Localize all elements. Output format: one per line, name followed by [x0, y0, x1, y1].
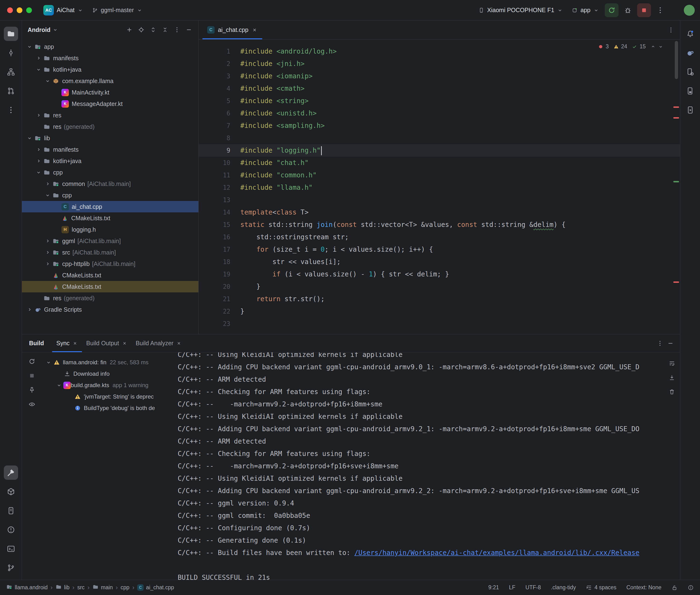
clear-button[interactable]: [667, 387, 677, 397]
status-clang-tidy[interactable]: .clang-tidy: [551, 584, 576, 591]
build-options-button[interactable]: [655, 338, 665, 348]
build-event-build-gradle-kts[interactable]: Kbuild.gradle.ktsapp 1 warning: [42, 379, 175, 391]
stripe-mark[interactable]: [673, 281, 679, 283]
status-readonly-toggle[interactable]: [671, 585, 678, 591]
tool-window-button-terminal[interactable]: [4, 542, 18, 556]
preview-button[interactable]: [27, 399, 37, 409]
run-configuration-selector[interactable]: app: [568, 4, 603, 16]
avatar[interactable]: [684, 5, 695, 16]
tree-item-kotlin-java[interactable]: kotlin+java: [22, 64, 198, 75]
tree-item-cmakelists-txt[interactable]: CMakeLists.txt: [22, 213, 198, 224]
code-line-3[interactable]: 3#include <iomanip>: [199, 70, 680, 82]
code-line-9[interactable]: 9#include "logging.h": [199, 144, 680, 157]
code-line-11[interactable]: 11#include "common.h": [199, 169, 680, 181]
code-line-4[interactable]: 4#include <cmath>: [199, 82, 680, 95]
chev-open-icon[interactable]: [45, 78, 51, 84]
previous-problem-icon[interactable]: [650, 44, 656, 49]
stripe-mark[interactable]: [673, 107, 679, 108]
chev-closed-icon[interactable]: [36, 147, 41, 152]
tree-item-res[interactable]: res(generated): [22, 121, 198, 132]
code-line-17[interactable]: 17 for (size_t i = 0; i < values.size();…: [199, 243, 680, 256]
code-line-10[interactable]: 10#include "chat.h": [199, 157, 680, 169]
stripe-mark[interactable]: [673, 181, 679, 182]
tool-window-button-running-devices[interactable]: [683, 103, 697, 117]
code-line-22[interactable]: 22}: [199, 305, 680, 318]
chev-open-icon[interactable]: [27, 44, 32, 50]
run-button[interactable]: [605, 3, 619, 17]
chev-closed-icon[interactable]: [45, 181, 51, 187]
tree-item-res[interactable]: res(generated): [22, 292, 198, 304]
more-run-actions-button[interactable]: [653, 3, 667, 17]
code-line-2[interactable]: 2#include <jni.h>: [199, 58, 680, 70]
tool-window-button-pull-requests[interactable]: [4, 84, 18, 98]
editor-scrollbar[interactable]: [675, 41, 678, 79]
code-line-12[interactable]: 12#include "llama.h": [199, 181, 680, 194]
tree-item-common[interactable]: common[AiChat.lib.main]: [22, 178, 198, 190]
code-line-19[interactable]: 19 if (i < values.size() - 1) { str << d…: [199, 268, 680, 281]
code-line-21[interactable]: 21 return str.str();: [199, 293, 680, 305]
pin-button[interactable]: [27, 385, 37, 395]
breadcrumb-item-lib[interactable]: lib: [56, 584, 69, 591]
build-event-llama-android-fin[interactable]: llama.android: fin22 sec, 583 ms: [42, 357, 175, 368]
breadcrumb-item-llama-android[interactable]: llama.android: [6, 584, 48, 591]
stop-button[interactable]: [637, 3, 651, 17]
chev-open-icon[interactable]: [36, 67, 41, 73]
status-indent[interactable]: 4 spaces: [586, 584, 616, 591]
close-tab-icon[interactable]: [252, 27, 257, 33]
status-caret-position[interactable]: 9:21: [488, 584, 499, 591]
code-line-13[interactable]: 13: [199, 194, 680, 206]
close-icon[interactable]: [122, 341, 127, 346]
code-line-20[interactable]: 20 }: [199, 281, 680, 293]
breadcrumb-item-src[interactable]: src: [77, 584, 85, 591]
breadcrumb-item-ai-chat-cpp[interactable]: Cai_chat.cpp: [137, 584, 174, 591]
expand-all-button[interactable]: [148, 25, 159, 35]
code-line-6[interactable]: 6#include <unistd.h>: [199, 107, 680, 119]
project-view-selector[interactable]: Android: [28, 26, 58, 33]
stop-button[interactable]: [27, 370, 37, 381]
hide-button[interactable]: [184, 25, 194, 35]
status-line-separator[interactable]: LF: [509, 584, 515, 591]
chev-open-icon[interactable]: [46, 360, 52, 365]
chev-open-icon[interactable]: [56, 382, 62, 388]
more-button[interactable]: [172, 25, 182, 35]
tool-window-button-build[interactable]: [4, 465, 18, 480]
code-line-7[interactable]: 7#include <sampling.h>: [199, 119, 680, 132]
tree-item-manifests[interactable]: manifests: [22, 144, 198, 155]
tree-item-kotlin-java[interactable]: kotlin+java: [22, 155, 198, 167]
status-context[interactable]: Context: None: [626, 584, 662, 591]
chev-closed-icon[interactable]: [45, 261, 51, 267]
tree-item-mainactivity-kt[interactable]: KMainActivity.kt: [22, 87, 198, 98]
chev-closed-icon[interactable]: [36, 158, 41, 164]
tree-item-gradle-scripts[interactable]: Gradle Scripts: [22, 304, 198, 315]
tree-item-cpp[interactable]: cpp: [22, 190, 198, 201]
tool-window-button-structure[interactable]: [4, 65, 18, 79]
tree-item-cpp[interactable]: cpp: [22, 167, 198, 178]
tool-window-button-dependencies[interactable]: [4, 484, 18, 499]
add-button[interactable]: [124, 25, 135, 35]
code-line-5[interactable]: 5#include <string>: [199, 95, 680, 107]
code-line-15[interactable]: 15static std::string join(const std::vec…: [199, 219, 680, 231]
code-line-18[interactable]: 18 str << values[i];: [199, 256, 680, 268]
refresh-button[interactable]: [27, 356, 37, 367]
tree-item-cmakelists-txt[interactable]: CMakeLists.txt: [22, 270, 198, 281]
hide-build-window-button[interactable]: [665, 338, 676, 348]
device-selector[interactable]: Xiaomi POCOPHONE F1: [475, 4, 566, 16]
close-icon[interactable]: [73, 341, 78, 346]
tree-item-app[interactable]: app: [22, 41, 198, 52]
status-inspections-indicator[interactable]: [688, 585, 694, 591]
locate-button[interactable]: [136, 25, 146, 35]
code-line-8[interactable]: 8: [199, 132, 680, 144]
build-tab-build-output[interactable]: Build Output: [82, 334, 132, 352]
build-tab-sync[interactable]: Sync: [52, 334, 82, 352]
breadcrumb-item-main[interactable]: main: [92, 584, 113, 591]
chev-closed-icon[interactable]: [36, 55, 41, 61]
code-line-14[interactable]: 14template<class T>: [199, 206, 680, 219]
debug-button[interactable]: [621, 3, 635, 17]
editor-tab-ai-chat-cpp[interactable]: C ai_chat.cpp: [202, 21, 262, 39]
soft-wrap-button[interactable]: [667, 358, 677, 369]
console-path-link[interactable]: /Users/hanyin/Workspace/ai-chat/examples…: [355, 549, 640, 557]
close-icon[interactable]: [176, 341, 181, 346]
chev-closed-icon[interactable]: [36, 112, 41, 118]
tree-item-cpp-httplib[interactable]: cpp-httplib[AiChat.lib.main]: [22, 258, 198, 270]
tool-window-button-project[interactable]: [4, 27, 18, 41]
